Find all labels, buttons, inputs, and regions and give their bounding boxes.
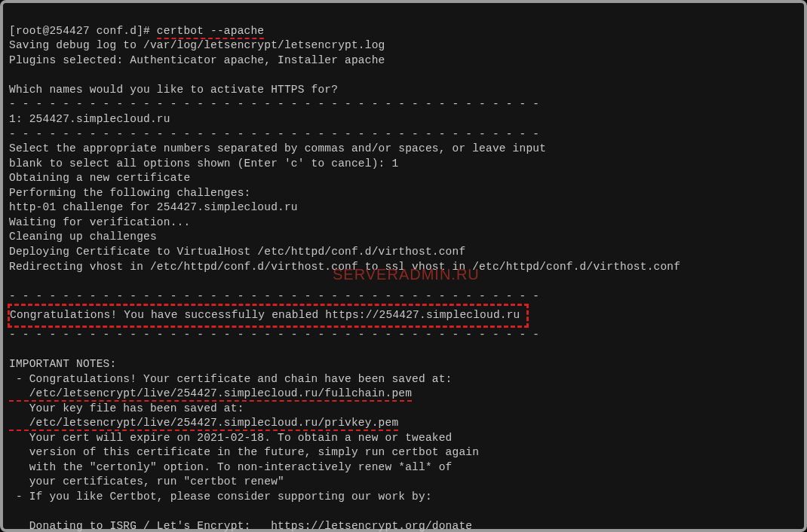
output-line: Saving debug log to /var/log/letsencrypt… [9, 39, 385, 51]
output-line: Redirecting vhost in /etc/httpd/conf.d/v… [9, 261, 680, 273]
output-line: Your key file has been saved at: [9, 402, 244, 414]
output-line: Which names would you like to activate H… [9, 84, 338, 96]
output-line: Plugins selected: Authenticator apache, … [9, 54, 385, 66]
output-line: Your cert will expire on 2021-02-18. To … [9, 432, 453, 444]
privkey-path: /etc/letsencrypt/live/254427.simplecloud… [9, 417, 398, 431]
output-line: with the "certonly" option. To non-inter… [9, 461, 453, 473]
output-line: Cleaning up challenges [9, 231, 157, 243]
output-line: Select the appropriate numbers separated… [9, 142, 546, 154]
fullchain-path: /etc/letsencrypt/live/254427.simplecloud… [9, 387, 412, 402]
output-line: - Congratulations! Your certificate and … [9, 373, 453, 385]
important-notes-header: IMPORTANT NOTES: [9, 358, 116, 370]
congrats-line: Congratulations! You have successfully e… [10, 309, 520, 321]
output-line: blank to select all options shown (Enter… [9, 157, 398, 170]
output-line: Waiting for verification... [9, 216, 190, 228]
output-line: - - - - - - - - - - - - - - - - - - - - … [9, 98, 539, 110]
output-line: your certificates, run "certbot renew" [9, 475, 284, 488]
prompt-text: [root@254427 conf.d]# [9, 25, 157, 37]
output-line: Obtaining a new certificate [9, 172, 190, 184]
output-line: - - - - - - - - - - - - - - - - - - - - … [9, 329, 539, 341]
output-line: version of this certificate in the futur… [9, 446, 479, 458]
output-line: http-01 challenge for 254427.simplecloud… [9, 201, 298, 213]
command-text: certbot --apache [157, 25, 264, 39]
terminal-output[interactable]: [root@254427 conf.d]# certbot --apache S… [5, 5, 802, 532]
success-highlight-box: Congratulations! You have successfully e… [8, 304, 529, 328]
output-line: Performing the following challenges: [9, 187, 250, 199]
output-line: - - - - - - - - - - - - - - - - - - - - … [9, 128, 539, 140]
output-line: Deploying Certificate to VirtualHost /et… [9, 246, 465, 258]
terminal-window: [root@254427 conf.d]# certbot --apache S… [0, 0, 807, 532]
output-line: 1: 254427.simplecloud.ru [9, 113, 170, 125]
output-line: - - - - - - - - - - - - - - - - - - - - … [9, 290, 539, 302]
output-line: Donating to ISRG / Let's Encrypt: https:… [9, 520, 472, 532]
output-line: - If you like Certbot, please consider s… [9, 491, 432, 503]
